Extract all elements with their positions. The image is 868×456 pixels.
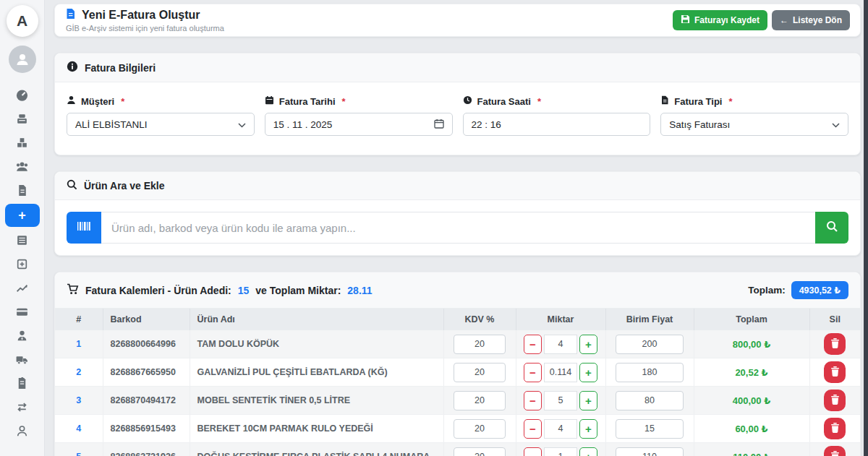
required-asterisk: *: [537, 96, 541, 107]
payments-card-icon[interactable]: [6, 300, 39, 324]
search-submit-button[interactable]: [815, 212, 848, 244]
vat-input[interactable]: [454, 391, 506, 410]
invoice-time-input[interactable]: 22 : 16: [463, 113, 651, 136]
invoice-items-table: # Barkod Ürün Adı KDV % Miktar Birim Fiy…: [55, 309, 860, 456]
page-scrollbar[interactable]: [864, 0, 868, 456]
quantity-input[interactable]: [544, 419, 577, 439]
chevron-down-icon: [238, 119, 246, 130]
invoice-time-label: Fatura Saati: [477, 96, 531, 107]
back-arrow-icon: ←: [780, 15, 788, 25]
row-total: 800,00 ₺: [694, 330, 809, 358]
unit-price-input[interactable]: [616, 419, 684, 439]
col-vat: KDV %: [443, 309, 516, 330]
delete-row-button[interactable]: [824, 390, 846, 411]
add-square-icon[interactable]: [6, 252, 39, 276]
col-total: Toplam: [694, 309, 809, 330]
calendar-icon: [265, 95, 274, 107]
row-barcode: 8268863721926: [103, 443, 190, 456]
main-content: Yeni E-Fatura Oluştur GİB e-Arşiv sistem…: [54, 0, 861, 456]
invoice-date-input[interactable]: 15 . 11 . 2025: [265, 113, 453, 136]
items-total-qty: 28.11: [347, 285, 372, 296]
order-document-icon[interactable]: [6, 371, 39, 395]
trash-icon: [830, 338, 840, 350]
invoice-date-value: 15 . 11 . 2025: [273, 119, 333, 130]
quantity-input[interactable]: [544, 447, 577, 456]
back-to-list-button[interactable]: ← Listeye Dön: [772, 10, 850, 30]
row-product-name: GALVANİZLİ PUL ÇEŞİTLİ EBATLARDA (KĞ): [190, 358, 443, 387]
documents-icon[interactable]: [6, 178, 39, 202]
invoice-info-card: Fatura Bilgileri Müşteri * ALİ ELBİSTANL…: [54, 53, 861, 155]
products-boxes-icon[interactable]: [6, 131, 39, 155]
trash-icon: [830, 366, 840, 379]
required-asterisk: *: [121, 96, 124, 107]
vat-input[interactable]: [454, 363, 506, 382]
row-total: 400,00 ₺: [694, 387, 809, 415]
delete-row-button[interactable]: [824, 333, 846, 355]
customers-group-icon[interactable]: [6, 155, 39, 178]
sidebar: A +: [0, 0, 45, 456]
invoice-list-icon[interactable]: [6, 228, 39, 252]
table-row: 5 8268863721926 DOĞUŞ KESTİRME FIRÇA PLA…: [55, 443, 860, 456]
quantity-decrease-button[interactable]: −: [524, 335, 542, 354]
sidebar-nav: +: [5, 83, 40, 443]
vat-input[interactable]: [454, 419, 506, 439]
delete-row-button[interactable]: [824, 446, 846, 456]
invoice-time-value: 22 : 16: [472, 119, 501, 130]
invoice-items-header: Fatura Kalemleri - Ürün Adedi: 15 ve Top…: [55, 272, 860, 309]
new-invoice-plus-icon[interactable]: +: [5, 204, 40, 227]
quantity-increase-button[interactable]: +: [579, 419, 597, 439]
row-total: 20,52 ₺: [694, 358, 809, 387]
cash-register-icon[interactable]: [6, 107, 39, 131]
app-logo[interactable]: A: [7, 5, 38, 37]
save-invoice-label: Faturayı Kaydet: [694, 15, 760, 25]
vat-input[interactable]: [454, 447, 506, 456]
unit-price-input[interactable]: [616, 391, 684, 410]
table-row: 2 8268867665950 GALVANİZLİ PUL ÇEŞİTLİ E…: [55, 358, 860, 387]
search-icon: [826, 220, 838, 235]
items-count: 15: [238, 285, 250, 296]
save-floppy-icon: [681, 14, 690, 26]
quantity-decrease-button[interactable]: −: [524, 447, 542, 456]
quantity-increase-button[interactable]: +: [579, 335, 597, 354]
quantity-decrease-button[interactable]: −: [524, 363, 542, 382]
unit-price-input[interactable]: [616, 335, 684, 354]
back-to-list-label: Listeye Dön: [793, 15, 842, 25]
invoice-time-field: Fatura Saati * 22 : 16: [463, 95, 651, 136]
unit-price-input[interactable]: [616, 447, 684, 456]
quantity-input[interactable]: [544, 391, 577, 410]
delete-row-button[interactable]: [824, 418, 846, 439]
personnel-icon[interactable]: [6, 324, 39, 348]
product-search-input[interactable]: [101, 212, 815, 244]
reports-chart-icon[interactable]: [6, 276, 39, 300]
quantity-decrease-button[interactable]: −: [524, 391, 542, 410]
delete-row-button[interactable]: [824, 361, 846, 383]
vat-input[interactable]: [454, 335, 506, 354]
date-picker-icon[interactable]: [434, 119, 444, 131]
quantity-input[interactable]: [544, 363, 577, 382]
col-quantity: Miktar: [516, 309, 605, 330]
invoice-info-header: Fatura Bilgileri: [55, 53, 860, 82]
quantity-input[interactable]: [544, 335, 577, 354]
quantity-increase-button[interactable]: +: [579, 363, 597, 382]
transactions-exchange-icon[interactable]: [6, 395, 39, 419]
invoice-type-select[interactable]: Satış Faturası: [660, 113, 848, 136]
quantity-decrease-button[interactable]: −: [524, 419, 542, 439]
quantity-increase-button[interactable]: +: [579, 391, 597, 410]
product-search-card: Ürün Ara ve Ekle: [54, 171, 861, 256]
customer-label: Müşteri: [81, 96, 114, 107]
supplier-truck-icon[interactable]: [6, 348, 39, 371]
account-person-icon[interactable]: [6, 419, 39, 443]
unit-price-input[interactable]: [616, 363, 684, 382]
required-asterisk: *: [342, 96, 346, 107]
invoice-date-field: Fatura Tarihi * 15 . 11 . 2025: [265, 95, 453, 136]
row-product-name: MOBEL SENTETİK TİNER 0,5 LİTRE: [190, 387, 443, 415]
dashboard-icon[interactable]: [6, 83, 39, 107]
quantity-increase-button[interactable]: +: [579, 447, 597, 456]
save-invoice-button[interactable]: Faturayı Kaydet: [673, 10, 767, 30]
user-avatar-icon[interactable]: [9, 46, 36, 73]
row-product-name: BEREKET 10CM PARMAK RULO YEDEĞİ: [190, 415, 443, 443]
customer-select[interactable]: ALİ ELBİSTANLI: [67, 113, 255, 136]
row-index: 5: [55, 443, 103, 456]
barcode-scan-button[interactable]: [67, 212, 101, 244]
product-search-title: Ürün Ara ve Ekle: [84, 180, 165, 192]
